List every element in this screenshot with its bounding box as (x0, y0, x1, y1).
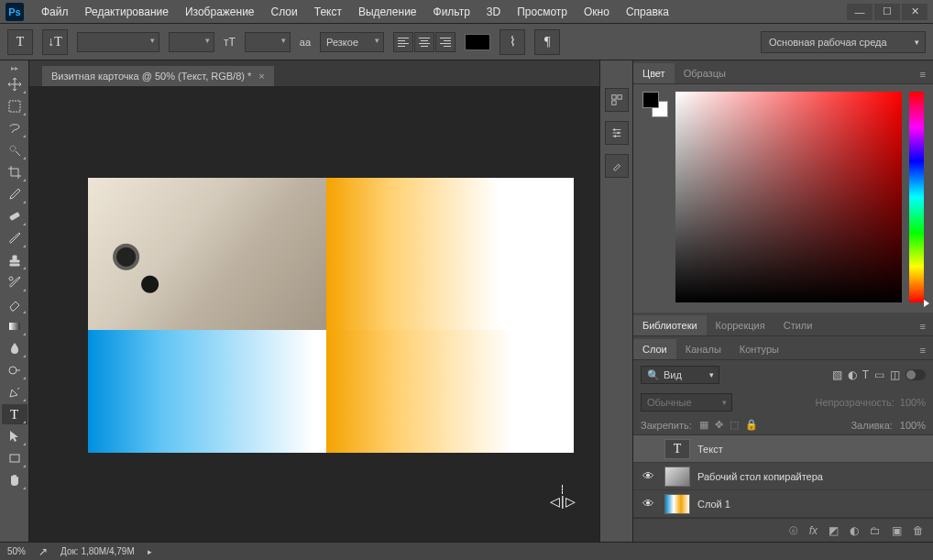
menu-file[interactable]: Файл (33, 2, 77, 22)
layer-name[interactable]: Текст (697, 444, 723, 455)
align-right-button[interactable] (435, 32, 456, 52)
antialias-select[interactable]: Резкое (320, 32, 384, 52)
visibility-toggle[interactable]: 👁 (639, 469, 657, 483)
text-color-swatch[interactable] (465, 34, 490, 50)
properties-panel-icon[interactable] (605, 121, 629, 145)
tab-adjustments[interactable]: Коррекция (707, 315, 774, 335)
menu-3d[interactable]: 3D (478, 2, 509, 22)
path-select-tool[interactable] (2, 426, 27, 446)
type-tool[interactable]: T (2, 404, 27, 424)
menu-help[interactable]: Справка (618, 2, 677, 22)
hand-tool[interactable] (2, 470, 27, 490)
menu-filter[interactable]: Фильтр (425, 2, 478, 22)
visibility-toggle[interactable]: 👁 (639, 497, 657, 511)
window-close-button[interactable]: ✕ (902, 4, 928, 20)
blend-mode-select[interactable]: Обычные (641, 393, 732, 412)
adjustment-layer-icon[interactable]: ◐ (850, 524, 859, 537)
layer-row[interactable]: T Текст (633, 435, 933, 463)
opacity-value[interactable]: 100% (900, 397, 926, 408)
marquee-tool[interactable] (2, 96, 27, 116)
brushes-panel-icon[interactable] (605, 154, 629, 178)
blur-tool[interactable] (2, 338, 27, 358)
window-maximize-button[interactable]: ☐ (874, 4, 900, 20)
gradient-tool[interactable] (2, 316, 27, 336)
stamp-tool[interactable] (2, 250, 27, 270)
document-tab[interactable]: Визитная карточка @ 50% (Текст, RGB/8) *… (42, 66, 274, 86)
crop-tool[interactable] (2, 162, 27, 182)
brush-tool[interactable] (2, 228, 27, 248)
workspace-switcher[interactable]: Основная рабочая среда (761, 31, 926, 53)
menu-view[interactable]: Просмотр (509, 2, 576, 22)
layer-row[interactable]: 👁 Слой 1 (633, 490, 933, 518)
delete-layer-icon[interactable]: 🗑 (913, 524, 924, 537)
history-panel-icon[interactable] (605, 88, 629, 112)
layer-name[interactable]: Слой 1 (697, 499, 730, 510)
tab-channels[interactable]: Каналы (676, 339, 730, 359)
dodge-tool[interactable] (2, 360, 27, 380)
filter-pixel-icon[interactable]: ▧ (832, 368, 842, 381)
font-family-select[interactable] (77, 32, 159, 52)
group-icon[interactable]: 🗀 (870, 524, 881, 537)
lock-artboard-icon[interactable]: ⬚ (730, 419, 739, 431)
lock-all-icon[interactable]: 🔒 (745, 419, 758, 431)
move-tool[interactable] (2, 74, 27, 94)
layer-thumbnail-image[interactable] (664, 467, 690, 487)
link-layers-icon[interactable]: ⦾ (789, 524, 798, 537)
history-brush-tool[interactable] (2, 272, 27, 292)
tab-color[interactable]: Цвет (633, 63, 675, 83)
character-panel-button[interactable]: ¶ (534, 29, 560, 55)
layer-filter-kind-select[interactable]: 🔍Вид (641, 366, 719, 384)
window-minimize-button[interactable]: — (847, 4, 873, 20)
new-layer-icon[interactable]: ▣ (892, 524, 902, 537)
canvas[interactable] (29, 86, 599, 542)
layer-style-icon[interactable]: fx (809, 524, 818, 537)
tab-swatches[interactable]: Образцы (675, 63, 735, 83)
close-tab-icon[interactable]: × (258, 71, 264, 82)
font-style-select[interactable] (169, 32, 214, 52)
foreground-background-swatches[interactable] (642, 92, 668, 117)
panel-menu-icon[interactable]: ≡ (913, 65, 933, 83)
menu-select[interactable]: Выделение (350, 2, 425, 22)
tab-libraries[interactable]: Библиотеки (633, 315, 707, 335)
warp-text-button[interactable]: ⌇ (499, 29, 525, 55)
tool-preset-icon[interactable]: T (7, 29, 33, 55)
layer-name[interactable]: Рабочий стол копирайтера (697, 471, 823, 482)
menu-image[interactable]: Изображение (177, 2, 263, 22)
layer-thumbnail-text[interactable]: T (664, 439, 690, 459)
lock-position-icon[interactable]: ✥ (715, 419, 723, 431)
color-field[interactable] (675, 92, 902, 302)
menu-edit[interactable]: Редактирование (77, 2, 177, 22)
eyedropper-tool[interactable] (2, 184, 27, 204)
layer-row[interactable]: 👁 Рабочий стол копирайтера (633, 463, 933, 490)
healing-tool[interactable] (2, 206, 27, 226)
filter-type-icon[interactable]: T (862, 368, 869, 381)
tab-layers[interactable]: Слои (633, 339, 676, 359)
toolbar-collapse-handle[interactable]: ▸▸ (0, 64, 28, 73)
menu-window[interactable]: Окно (576, 2, 618, 22)
zoom-level[interactable]: 50% (7, 546, 26, 556)
tab-paths[interactable]: Контуры (730, 339, 788, 359)
rectangle-tool[interactable] (2, 448, 27, 468)
layer-filter-toggle[interactable] (906, 369, 926, 380)
filter-smart-icon[interactable]: ◫ (890, 368, 900, 381)
layer-thumbnail-gradient[interactable] (664, 494, 690, 514)
align-center-button[interactable] (414, 32, 434, 52)
toggle-orientation-button[interactable]: ↓T (42, 29, 68, 55)
lasso-tool[interactable] (2, 118, 27, 138)
panel-menu-icon[interactable]: ≡ (913, 317, 933, 335)
share-icon[interactable]: ↗ (38, 545, 48, 558)
menu-text[interactable]: Текст (306, 2, 350, 22)
foreground-color-swatch[interactable] (642, 92, 659, 108)
eraser-tool[interactable] (2, 294, 27, 314)
menu-layers[interactable]: Слои (263, 2, 306, 22)
align-left-button[interactable] (393, 32, 413, 52)
tab-styles[interactable]: Стили (774, 315, 822, 335)
panel-menu-icon[interactable]: ≡ (913, 341, 933, 359)
lock-pixels-icon[interactable]: ▦ (699, 419, 708, 431)
pen-tool[interactable] (2, 382, 27, 402)
hue-slider[interactable] (909, 92, 924, 302)
quick-select-tool[interactable] (2, 140, 27, 160)
filter-adjust-icon[interactable]: ◐ (848, 368, 857, 381)
font-size-select[interactable] (245, 32, 291, 52)
fill-value[interactable]: 100% (900, 420, 926, 431)
